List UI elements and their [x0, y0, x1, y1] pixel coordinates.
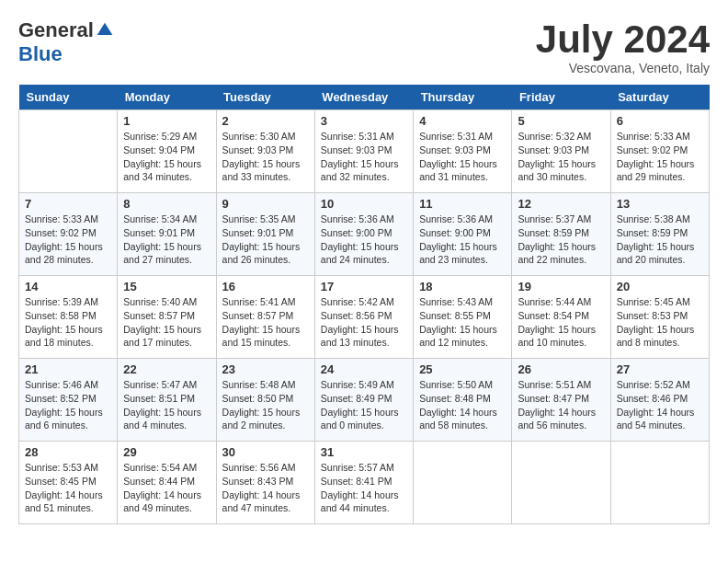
page-header: General Blue July 2024 Vescovana, Veneto… [18, 18, 710, 75]
day-number: 19 [518, 280, 604, 293]
cell-info: Sunrise: 5:36 AMSunset: 9:00 PMDaylight:… [419, 213, 506, 267]
calendar-cell: 15Sunrise: 5:40 AMSunset: 8:57 PMDayligh… [118, 276, 216, 359]
cell-info: Sunrise: 5:43 AMSunset: 8:55 PMDaylight:… [419, 295, 506, 350]
day-number: 21 [25, 362, 111, 376]
logo-general-text: General [18, 18, 94, 42]
day-number: 25 [419, 362, 506, 376]
day-header-tuesday: Tuesday [216, 85, 314, 110]
calendar-cell: 4Sunrise: 5:31 AMSunset: 9:03 PMDaylight… [414, 110, 512, 193]
week-row-4: 21Sunrise: 5:46 AMSunset: 8:52 PMDayligh… [19, 359, 710, 442]
day-header-row: SundayMondayTuesdayWednesdayThursdayFrid… [19, 85, 710, 110]
logo: General Blue [18, 18, 114, 66]
calendar-cell: 23Sunrise: 5:48 AMSunset: 8:50 PMDayligh… [216, 359, 314, 442]
calendar-cell: 9Sunrise: 5:35 AMSunset: 9:01 PMDaylight… [216, 193, 314, 276]
day-number: 31 [321, 445, 407, 459]
calendar-cell: 7Sunrise: 5:33 AMSunset: 9:02 PMDaylight… [19, 193, 118, 276]
cell-info: Sunrise: 5:41 AMSunset: 8:57 PMDaylight:… [222, 295, 309, 350]
day-number: 3 [321, 114, 407, 128]
calendar-cell: 16Sunrise: 5:41 AMSunset: 8:57 PMDayligh… [216, 276, 314, 359]
calendar-cell: 8Sunrise: 5:34 AMSunset: 9:01 PMDaylight… [118, 193, 216, 276]
day-number: 27 [617, 362, 703, 376]
day-number: 13 [617, 197, 703, 211]
calendar-cell: 18Sunrise: 5:43 AMSunset: 8:55 PMDayligh… [414, 276, 512, 359]
calendar-cell [414, 442, 512, 524]
calendar-cell: 11Sunrise: 5:36 AMSunset: 9:00 PMDayligh… [414, 193, 512, 276]
day-header-monday: Monday [118, 85, 216, 110]
cell-info: Sunrise: 5:38 AMSunset: 8:59 PMDaylight:… [617, 213, 703, 267]
calendar-cell: 5Sunrise: 5:32 AMSunset: 9:03 PMDaylight… [512, 110, 610, 193]
calendar-cell: 3Sunrise: 5:31 AMSunset: 9:03 PMDaylight… [314, 110, 413, 193]
calendar-cell: 29Sunrise: 5:54 AMSunset: 8:44 PMDayligh… [118, 442, 216, 524]
calendar-cell: 20Sunrise: 5:45 AMSunset: 8:53 PMDayligh… [610, 276, 709, 359]
calendar-cell: 28Sunrise: 5:53 AMSunset: 8:45 PMDayligh… [19, 442, 118, 524]
cell-info: Sunrise: 5:40 AMSunset: 8:57 PMDaylight:… [123, 295, 210, 350]
day-number: 10 [321, 197, 407, 211]
cell-info: Sunrise: 5:57 AMSunset: 8:41 PMDaylight:… [321, 461, 407, 515]
calendar-cell [512, 442, 610, 524]
cell-info: Sunrise: 5:56 AMSunset: 8:43 PMDaylight:… [222, 461, 309, 515]
day-number: 7 [25, 197, 111, 211]
week-row-5: 28Sunrise: 5:53 AMSunset: 8:45 PMDayligh… [19, 442, 710, 524]
calendar-cell: 24Sunrise: 5:49 AMSunset: 8:49 PMDayligh… [314, 359, 413, 442]
calendar-cell: 27Sunrise: 5:52 AMSunset: 8:46 PMDayligh… [610, 359, 709, 442]
day-number: 29 [123, 445, 210, 459]
day-number: 14 [25, 280, 111, 293]
cell-info: Sunrise: 5:35 AMSunset: 9:01 PMDaylight:… [222, 213, 309, 267]
logo-icon [96, 21, 114, 40]
day-number: 5 [518, 114, 604, 128]
calendar-cell [19, 110, 118, 193]
svg-marker-0 [97, 23, 113, 35]
calendar-cell: 17Sunrise: 5:42 AMSunset: 8:56 PMDayligh… [314, 276, 413, 359]
cell-info: Sunrise: 5:33 AMSunset: 9:02 PMDaylight:… [25, 213, 111, 267]
calendar-cell: 12Sunrise: 5:37 AMSunset: 8:59 PMDayligh… [512, 193, 610, 276]
day-number: 20 [617, 280, 703, 293]
calendar-cell: 30Sunrise: 5:56 AMSunset: 8:43 PMDayligh… [216, 442, 314, 524]
cell-info: Sunrise: 5:52 AMSunset: 8:46 PMDaylight:… [617, 378, 703, 432]
cell-info: Sunrise: 5:30 AMSunset: 9:03 PMDaylight:… [222, 130, 309, 184]
cell-info: Sunrise: 5:29 AMSunset: 9:04 PMDaylight:… [123, 130, 210, 184]
day-number: 24 [321, 362, 407, 376]
cell-info: Sunrise: 5:39 AMSunset: 8:58 PMDaylight:… [25, 295, 111, 350]
day-number: 2 [222, 114, 309, 128]
week-row-3: 14Sunrise: 5:39 AMSunset: 8:58 PMDayligh… [19, 276, 710, 359]
cell-info: Sunrise: 5:46 AMSunset: 8:52 PMDaylight:… [25, 378, 111, 432]
calendar-cell: 10Sunrise: 5:36 AMSunset: 9:00 PMDayligh… [314, 193, 413, 276]
day-header-friday: Friday [512, 85, 610, 110]
calendar-cell: 31Sunrise: 5:57 AMSunset: 8:41 PMDayligh… [314, 442, 413, 524]
month-title: July 2024 [536, 18, 710, 61]
calendar-cell: 1Sunrise: 5:29 AMSunset: 9:04 PMDaylight… [118, 110, 216, 193]
day-number: 12 [518, 197, 604, 211]
cell-info: Sunrise: 5:42 AMSunset: 8:56 PMDaylight:… [321, 295, 407, 350]
day-header-sunday: Sunday [19, 85, 118, 110]
day-number: 15 [123, 280, 210, 293]
cell-info: Sunrise: 5:37 AMSunset: 8:59 PMDaylight:… [518, 213, 604, 267]
day-header-thursday: Thursday [414, 85, 512, 110]
day-header-wednesday: Wednesday [314, 85, 413, 110]
day-number: 9 [222, 197, 309, 211]
day-header-saturday: Saturday [610, 85, 709, 110]
cell-info: Sunrise: 5:47 AMSunset: 8:51 PMDaylight:… [123, 378, 210, 432]
calendar-cell: 25Sunrise: 5:50 AMSunset: 8:48 PMDayligh… [414, 359, 512, 442]
cell-info: Sunrise: 5:31 AMSunset: 9:03 PMDaylight:… [419, 130, 506, 184]
logo-blue-text: Blue [18, 42, 63, 66]
calendar-cell [610, 442, 709, 524]
day-number: 23 [222, 362, 309, 376]
cell-info: Sunrise: 5:32 AMSunset: 9:03 PMDaylight:… [518, 130, 604, 184]
cell-info: Sunrise: 5:51 AMSunset: 8:47 PMDaylight:… [518, 378, 604, 432]
day-number: 30 [222, 445, 309, 459]
week-row-1: 1Sunrise: 5:29 AMSunset: 9:04 PMDaylight… [19, 110, 710, 193]
calendar-cell: 19Sunrise: 5:44 AMSunset: 8:54 PMDayligh… [512, 276, 610, 359]
day-number: 4 [419, 114, 506, 128]
cell-info: Sunrise: 5:54 AMSunset: 8:44 PMDaylight:… [123, 461, 210, 515]
location-subtitle: Vescovana, Veneto, Italy [536, 61, 710, 75]
day-number: 18 [419, 280, 506, 293]
cell-info: Sunrise: 5:36 AMSunset: 9:00 PMDaylight:… [321, 213, 407, 267]
cell-info: Sunrise: 5:34 AMSunset: 9:01 PMDaylight:… [123, 213, 210, 267]
calendar-cell: 14Sunrise: 5:39 AMSunset: 8:58 PMDayligh… [19, 276, 118, 359]
calendar-cell: 2Sunrise: 5:30 AMSunset: 9:03 PMDaylight… [216, 110, 314, 193]
cell-info: Sunrise: 5:44 AMSunset: 8:54 PMDaylight:… [518, 295, 604, 350]
day-number: 8 [123, 197, 210, 211]
cell-info: Sunrise: 5:50 AMSunset: 8:48 PMDaylight:… [419, 378, 506, 432]
calendar-cell: 21Sunrise: 5:46 AMSunset: 8:52 PMDayligh… [19, 359, 118, 442]
calendar-cell: 13Sunrise: 5:38 AMSunset: 8:59 PMDayligh… [610, 193, 709, 276]
